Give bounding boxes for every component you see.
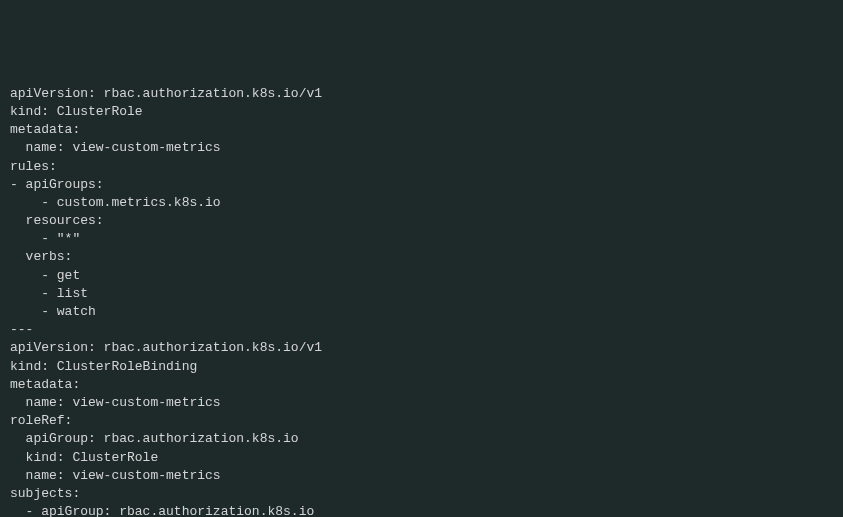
code-line: --- [10,321,833,339]
code-line: subjects: [10,485,833,503]
code-line: verbs: [10,248,833,266]
code-line: - get [10,267,833,285]
code-line: resources: [10,212,833,230]
code-line: name: view-custom-metrics [10,139,833,157]
code-line: kind: ClusterRoleBinding [10,358,833,376]
code-line: apiGroup: rbac.authorization.k8s.io [10,430,833,448]
code-line: apiVersion: rbac.authorization.k8s.io/v1 [10,339,833,357]
code-line: apiVersion: rbac.authorization.k8s.io/v1 [10,85,833,103]
code-line: - watch [10,303,833,321]
code-line: metadata: [10,376,833,394]
code-line: metadata: [10,121,833,139]
code-line: name: view-custom-metrics [10,467,833,485]
code-line: - "*" [10,230,833,248]
code-line: - custom.metrics.k8s.io [10,194,833,212]
code-line: - apiGroup: rbac.authorization.k8s.io [10,503,833,517]
code-line: name: view-custom-metrics [10,394,833,412]
code-line: kind: ClusterRole [10,449,833,467]
code-line: kind: ClusterRole [10,103,833,121]
code-line: - list [10,285,833,303]
code-line: rules: [10,158,833,176]
code-block: apiVersion: rbac.authorization.k8s.io/v1… [10,85,833,517]
code-line: roleRef: [10,412,833,430]
code-line: - apiGroups: [10,176,833,194]
